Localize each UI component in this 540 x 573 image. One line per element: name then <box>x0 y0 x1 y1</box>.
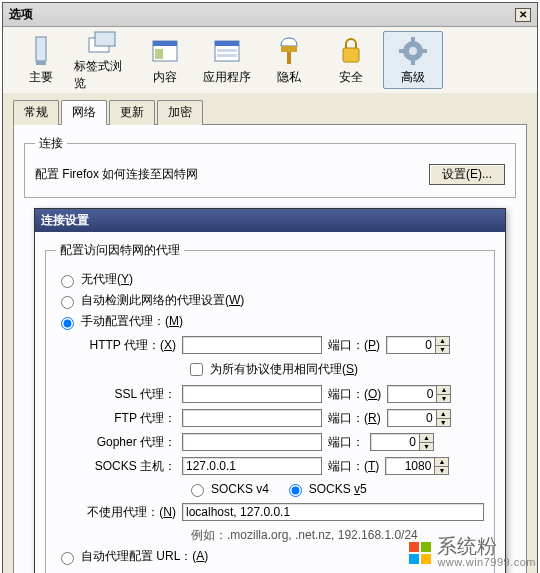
http-port-spinner[interactable]: ▲▼ <box>386 336 450 354</box>
spin-up-icon[interactable]: ▲ <box>435 458 448 467</box>
ssl-port-input[interactable] <box>387 385 437 403</box>
radio-auto-detect[interactable] <box>61 296 74 309</box>
main-icon <box>25 35 57 67</box>
radio-auto-detect-label: 自动检测此网络的代理设置(W) <box>81 292 244 309</box>
svg-rect-5 <box>153 41 177 46</box>
toolbar-main[interactable]: 主要 <box>11 31 71 89</box>
socks-v4-label: SOCKS v4 <box>211 482 269 496</box>
toolbar-label: 高级 <box>401 69 425 86</box>
toolbar-label: 主要 <box>29 69 53 86</box>
radio-auto-url[interactable] <box>61 552 74 565</box>
ssl-port-spinner[interactable]: ▲▼ <box>387 385 451 403</box>
windows-logo-icon <box>409 542 431 564</box>
spin-down-icon[interactable]: ▼ <box>420 443 433 451</box>
toolbar: 主要 标签式浏览 内容 应用程序 隐私 <box>3 27 537 93</box>
same-proxy-checkbox[interactable] <box>190 363 203 376</box>
tabs-icon <box>87 28 119 56</box>
svg-rect-8 <box>215 41 239 46</box>
http-port-label: 端口：(P) <box>328 337 380 354</box>
socks-port-label: 端口：(T) <box>328 458 379 475</box>
proxy-fieldset: 配置访问因特网的代理 无代理(Y) 自动检测此网络的代理设置(W) 手动配置代理… <box>45 242 495 573</box>
toolbar-privacy[interactable]: 隐私 <box>259 31 319 89</box>
gear-icon <box>397 35 429 67</box>
proxy-legend: 配置访问因特网的代理 <box>56 242 184 259</box>
ftp-proxy-input[interactable] <box>182 409 322 427</box>
toolbar-tabs[interactable]: 标签式浏览 <box>73 31 133 89</box>
window-title: 选项 <box>9 6 33 23</box>
toolbar-apps[interactable]: 应用程序 <box>197 31 257 89</box>
radio-no-proxy[interactable] <box>61 275 74 288</box>
socks-port-spinner[interactable]: ▲▼ <box>385 457 449 475</box>
svg-rect-6 <box>155 49 163 59</box>
close-icon[interactable]: ✕ <box>515 8 531 22</box>
connection-desc: 配置 Firefox 如何连接至因特网 <box>35 166 198 183</box>
network-panel: 连接 配置 Firefox 如何连接至因特网 设置(E)... 连接设置 配置访… <box>13 124 527 573</box>
no-proxy-input[interactable] <box>182 503 484 521</box>
toolbar-label: 应用程序 <box>203 69 251 86</box>
svg-rect-0 <box>36 37 46 61</box>
ssl-port-label: 端口：(O) <box>328 386 381 403</box>
connection-legend: 连接 <box>35 135 67 152</box>
spin-down-icon[interactable]: ▼ <box>437 395 450 403</box>
ftp-port-spinner[interactable]: ▲▼ <box>387 409 451 427</box>
http-proxy-input[interactable] <box>182 336 322 354</box>
toolbar-security[interactable]: 安全 <box>321 31 381 89</box>
radio-no-proxy-label: 无代理(Y) <box>81 271 133 288</box>
connection-fieldset: 连接 配置 Firefox 如何连接至因特网 设置(E)... <box>24 135 516 198</box>
tab-general[interactable]: 常规 <box>13 100 59 125</box>
gopher-proxy-input[interactable] <box>182 433 322 451</box>
spin-up-icon[interactable]: ▲ <box>420 434 433 443</box>
svg-rect-3 <box>95 32 115 46</box>
lock-icon <box>335 35 367 67</box>
tab-update[interactable]: 更新 <box>109 100 155 125</box>
toolbar-content[interactable]: 内容 <box>135 31 195 89</box>
socks-v5-label: SOCKS v5 <box>309 482 367 496</box>
http-port-input[interactable] <box>386 336 436 354</box>
radio-socks-v4[interactable] <box>191 484 204 497</box>
socks-port-input[interactable] <box>385 457 435 475</box>
settings-button[interactable]: 设置(E)... <box>429 164 505 185</box>
gopher-proxy-label: Gopher 代理： <box>56 434 176 451</box>
gopher-port-input[interactable] <box>370 433 420 451</box>
options-window: 选项 ✕ 主要 标签式浏览 内容 应用程序 <box>2 2 538 573</box>
spin-down-icon[interactable]: ▼ <box>436 346 449 354</box>
radio-auto-url-label: 自动代理配置 URL：(A) <box>81 548 208 565</box>
svg-rect-9 <box>217 49 237 52</box>
content-icon <box>149 35 181 67</box>
radio-socks-v5[interactable] <box>289 484 302 497</box>
privacy-icon <box>273 35 305 67</box>
titlebar: 选项 ✕ <box>3 3 537 27</box>
connection-settings-dialog: 连接设置 配置访问因特网的代理 无代理(Y) 自动检测此网络的代理设置(W) 手… <box>34 208 506 573</box>
gopher-port-label: 端口： <box>328 434 364 451</box>
tab-encryption[interactable]: 加密 <box>157 100 203 125</box>
radio-manual[interactable] <box>61 317 74 330</box>
spin-up-icon[interactable]: ▲ <box>437 386 450 395</box>
svg-point-15 <box>409 47 417 55</box>
ftp-port-input[interactable] <box>387 409 437 427</box>
toolbar-label: 安全 <box>339 69 363 86</box>
svg-rect-11 <box>281 46 297 52</box>
ftp-port-label: 端口：(R) <box>328 410 381 427</box>
socks-host-label: SOCKS 主机： <box>56 458 176 475</box>
spin-down-icon[interactable]: ▼ <box>435 467 448 475</box>
dialog-title: 连接设置 <box>35 209 505 232</box>
ftp-proxy-label: FTP 代理： <box>56 410 176 427</box>
tab-network[interactable]: 网络 <box>61 100 107 125</box>
spin-down-icon[interactable]: ▼ <box>437 419 450 427</box>
toolbar-label: 隐私 <box>277 69 301 86</box>
ssl-proxy-input[interactable] <box>182 385 322 403</box>
spin-up-icon[interactable]: ▲ <box>436 337 449 346</box>
watermark-url: www.win7999.com <box>437 557 536 569</box>
svg-rect-16 <box>411 37 415 43</box>
ssl-proxy-label: SSL 代理： <box>56 386 176 403</box>
same-proxy-label: 为所有协议使用相同代理(S) <box>210 361 358 378</box>
svg-rect-17 <box>411 59 415 65</box>
http-proxy-label: HTTP 代理：(X) <box>56 337 176 354</box>
toolbar-label: 内容 <box>153 69 177 86</box>
socks-host-input[interactable] <box>182 457 322 475</box>
svg-rect-1 <box>36 61 46 65</box>
spin-up-icon[interactable]: ▲ <box>437 410 450 419</box>
gopher-port-spinner[interactable]: ▲▼ <box>370 433 434 451</box>
svg-rect-19 <box>421 49 427 53</box>
toolbar-advanced[interactable]: 高级 <box>383 31 443 89</box>
